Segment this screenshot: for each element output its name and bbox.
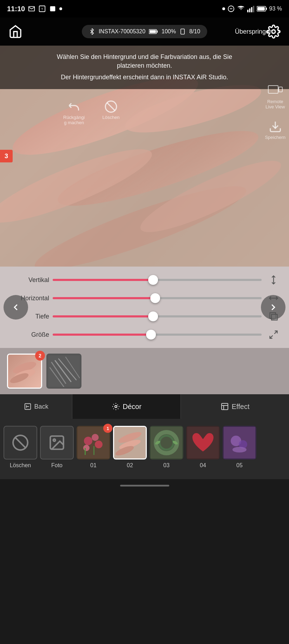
gallery-image-02 xyxy=(114,427,146,458)
tab-effect[interactable]: Effect xyxy=(181,394,289,419)
bottom-tabs: Back Décor Effect xyxy=(0,394,289,419)
slider-track-horizontal[interactable] xyxy=(53,297,262,299)
svg-rect-11 xyxy=(257,7,265,11)
thumb-item-2[interactable] xyxy=(46,354,81,389)
svg-rect-5 xyxy=(247,10,248,12)
back-tab-icon xyxy=(24,403,32,410)
svg-rect-13 xyxy=(157,31,158,33)
thumb-image-1 xyxy=(9,355,40,387)
time-display: 11:10 xyxy=(7,5,25,13)
dot-indicator xyxy=(59,7,62,10)
nav-arrow-left[interactable] xyxy=(4,295,28,320)
step-badge-3: 3 xyxy=(0,150,13,162)
gallery-label-02: 02 xyxy=(127,462,133,469)
toolbar-right: RemoteLive View Speichern xyxy=(265,84,285,140)
slider-row-groesse: Größe xyxy=(7,330,282,340)
teams-icon: T xyxy=(38,5,46,13)
save-label: Speichern xyxy=(265,135,285,140)
battery-icon-small xyxy=(149,29,158,34)
svg-rect-14 xyxy=(150,30,156,33)
svg-rect-59 xyxy=(85,448,86,455)
home-button[interactable] xyxy=(6,22,25,41)
svg-point-48 xyxy=(115,405,117,408)
slider-track-vertikal[interactable] xyxy=(53,279,262,281)
gallery-item-03[interactable]: 03 xyxy=(150,426,183,469)
svg-point-57 xyxy=(95,441,103,448)
status-right: 93 % xyxy=(222,5,282,13)
device-name: INSTAX-70005320 xyxy=(99,28,145,35)
svg-line-35 xyxy=(270,335,273,338)
dot-indicator-2 xyxy=(222,7,225,10)
tab-decor-label: Décor xyxy=(123,403,142,411)
delete-button[interactable]: Löschen xyxy=(102,100,119,125)
slider-label-vertikal: Vertikal xyxy=(7,276,49,284)
gallery-label-foto: Foto xyxy=(51,462,63,469)
tab-back-label: Back xyxy=(34,403,48,410)
svg-rect-7 xyxy=(251,7,252,12)
delete-gallery-icon xyxy=(12,434,29,451)
svg-rect-6 xyxy=(249,8,250,12)
skip-row[interactable]: Überspringen xyxy=(235,28,282,35)
effect-tab-icon xyxy=(221,402,229,411)
svg-line-51 xyxy=(15,437,25,448)
svg-point-74 xyxy=(232,447,247,452)
battery-icon xyxy=(257,6,267,12)
gallery-item-02[interactable]: 02 xyxy=(113,426,147,469)
home-indicator-bar xyxy=(120,485,169,487)
step-badge-gallery-01: 1 xyxy=(103,424,112,433)
step-badge-2: 2 xyxy=(35,351,45,361)
gallery-label-04: 04 xyxy=(200,462,206,469)
gallery-item-delete[interactable]: Löschen xyxy=(4,426,37,469)
square-icon xyxy=(49,5,57,13)
slider-row-horizontal: Horizontal xyxy=(7,293,282,303)
photo-count: 8/10 xyxy=(189,28,200,35)
remote-live-view-button[interactable]: RemoteLive View xyxy=(265,84,285,109)
phone-icon xyxy=(179,28,186,35)
save-button[interactable]: Speichern xyxy=(265,120,285,140)
main-image-area: Wählen Sie den Hintergrund und die Farbv… xyxy=(0,46,289,267)
gallery-label-01: 01 xyxy=(90,462,97,469)
svg-point-58 xyxy=(83,445,90,451)
slider-row-tiefe: Tiefe xyxy=(7,311,282,321)
live-view-label: RemoteLive View xyxy=(265,99,285,109)
svg-rect-2 xyxy=(50,6,55,12)
delete-label: Löschen xyxy=(102,115,119,120)
svg-rect-26 xyxy=(268,86,278,93)
bottom-gallery: Löschen Foto 1 01 xyxy=(0,419,289,479)
device-info-pill: INSTAX-70005320 100% 8/10 xyxy=(82,25,207,38)
svg-point-53 xyxy=(53,439,55,441)
device-battery: 100% xyxy=(162,28,176,35)
tooltip-line1: Wählen Sie den Hintergrund und die Farbv… xyxy=(11,53,278,70)
gallery-item-foto[interactable]: Foto xyxy=(40,426,74,469)
undo-label: Rückgängig machen xyxy=(63,115,85,125)
gallery-item-04[interactable]: 04 xyxy=(186,426,220,469)
svg-text:T: T xyxy=(41,7,43,11)
decor-tab-icon xyxy=(112,402,120,411)
slider-track-groesse[interactable] xyxy=(53,334,262,336)
svg-rect-60 xyxy=(93,446,94,455)
tooltip-overlay: Wählen Sie den Hintergrund und die Farbv… xyxy=(0,46,289,89)
chevron-right-icon xyxy=(275,28,282,35)
svg-line-25 xyxy=(107,103,115,110)
wifi-icon xyxy=(237,5,245,13)
undo-button[interactable]: Rückgängig machen xyxy=(63,100,85,125)
toolbar-left: Rückgängig machen Löschen xyxy=(63,100,120,125)
slider-track-tiefe[interactable] xyxy=(53,315,262,317)
bluetooth-icon xyxy=(89,28,95,35)
svg-rect-10 xyxy=(266,8,267,10)
tab-decor[interactable]: Décor xyxy=(72,394,181,419)
home-indicator xyxy=(0,479,289,492)
photo-gallery-icon xyxy=(48,434,66,451)
slider-row-vertikal: Vertikal xyxy=(7,275,282,285)
vertical-resize-icon xyxy=(265,275,282,285)
tab-back[interactable]: Back xyxy=(0,394,72,419)
thumb-wrapper-1[interactable]: 2 xyxy=(7,354,42,389)
status-left: 11:10 T xyxy=(7,5,62,13)
gallery-item-05[interactable]: 05 xyxy=(223,426,256,469)
gallery-item-01[interactable]: 1 01 xyxy=(77,426,110,469)
svg-point-55 xyxy=(84,437,92,445)
nav-arrow-right[interactable] xyxy=(261,295,285,320)
gallery-image-03 xyxy=(151,427,182,458)
sliders-area: Vertikal Horizontal Tiefe xyxy=(0,267,289,348)
slider-label-groesse: Größe xyxy=(7,331,49,338)
